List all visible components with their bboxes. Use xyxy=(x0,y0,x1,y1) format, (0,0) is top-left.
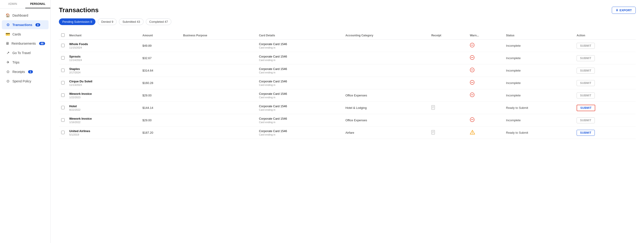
no-entry-icon-6 xyxy=(470,118,474,123)
cell-status-4: Incomplete xyxy=(504,89,574,102)
sidebar-item-reimbursements[interactable]: 🖥Reimbursements46 xyxy=(2,39,48,48)
merchant-name-3: Cirque Du Soleil xyxy=(69,80,138,83)
cell-card-details-5: Corporate Card 1546Card ending in xyxy=(257,102,343,114)
cell-merchant-2: Staples2/17/2024 xyxy=(67,64,140,77)
row-checkbox-6[interactable] xyxy=(61,118,65,122)
cell-warning-5 xyxy=(468,102,504,114)
col-accounting-category: Accounting Category xyxy=(343,32,429,40)
sidebar-item-dashboard[interactable]: 🏠Dashboard xyxy=(2,11,48,20)
card-ending-5: Card ending in xyxy=(259,108,341,111)
row-checkbox-3[interactable] xyxy=(61,81,65,84)
go-to-travel-icon: ↗ xyxy=(6,50,10,55)
tab-admin[interactable]: ADMIN xyxy=(0,0,25,8)
cell-merchant-4: Wework Invoice1/22/2023 xyxy=(67,89,140,102)
cell-action-6: SUBMIT xyxy=(574,114,636,126)
sidebar-item-receipts[interactable]: ⊙Receipts1 xyxy=(2,67,48,76)
row-checkbox-5[interactable] xyxy=(61,106,65,109)
submit-button-4[interactable]: SUBMIT xyxy=(576,92,595,98)
transactions-table: Merchant Amount Business Purpose Card De… xyxy=(59,32,636,139)
table-row: Wework Invoice1/16/2022$29.00Corporate C… xyxy=(59,114,636,126)
card-ending-6: Card ending in xyxy=(259,121,341,124)
cell-status-1: Incomplete xyxy=(504,52,574,64)
merchant-date-5: 8/22/2022 xyxy=(69,108,138,111)
col-card-details: Card Details xyxy=(257,32,343,40)
merchant-date-6: 1/16/2022 xyxy=(69,121,138,124)
row-checkbox-7[interactable] xyxy=(61,131,65,134)
submit-button-7[interactable]: SUBMIT xyxy=(576,130,595,136)
cell-warning-6 xyxy=(468,114,504,126)
sidebar-item-spend-policy[interactable]: ⊙Spend Policy xyxy=(2,77,48,86)
sidebar-item-label-receipts: Receipts xyxy=(12,70,25,74)
col-action: Action xyxy=(574,32,636,40)
svg-point-22 xyxy=(472,133,473,134)
merchant-date-7: 5/1/2019 xyxy=(69,133,138,136)
card-ending-2: Card ending in xyxy=(259,71,341,74)
row-checkbox-2[interactable] xyxy=(61,68,65,72)
svg-rect-16 xyxy=(432,130,435,134)
cell-amount-3: $160.28 xyxy=(140,77,181,89)
col-receipt: Receipt xyxy=(429,32,467,40)
submit-button-3[interactable]: SUBMIT xyxy=(576,80,595,86)
card-ending-4: Card ending in xyxy=(259,96,341,99)
export-button[interactable]: ⬇ EXPORT xyxy=(612,7,636,14)
cell-receipt-1 xyxy=(429,52,467,64)
row-checkbox-1[interactable] xyxy=(61,56,65,60)
cell-accounting-category-6: Office Expenses xyxy=(343,114,429,126)
tab-personal[interactable]: PERSONAL xyxy=(25,0,50,8)
cell-warning-7 xyxy=(468,126,504,139)
table-row: Cirque Du Soleil11/13/2023$160.28Corpora… xyxy=(59,77,636,89)
card-name-5: Corporate Card 1546 xyxy=(259,104,341,108)
cell-action-3: SUBMIT xyxy=(574,77,636,89)
filter-tab-denied[interactable]: Denied 9 xyxy=(98,18,116,25)
cell-amount-2: $314.64 xyxy=(140,64,181,77)
cell-business-purpose-5 xyxy=(181,102,257,114)
cell-card-details-6: Corporate Card 1546Card ending in xyxy=(257,114,343,126)
badge-reimbursements: 46 xyxy=(39,42,45,45)
card-name-1: Corporate Card 1546 xyxy=(259,55,341,58)
cell-receipt-6 xyxy=(429,114,467,126)
sidebar-item-transactions[interactable]: ⊙Transactions8 xyxy=(2,20,48,29)
filter-tab-pending-submission[interactable]: Pending Submission 8 xyxy=(59,18,96,25)
trips-icon: ✈ xyxy=(6,60,10,64)
cell-action-1: SUBMIT xyxy=(574,52,636,64)
table-row: Hotel8/22/2022$144.14Corporate Card 1546… xyxy=(59,102,636,114)
submit-button-2[interactable]: SUBMIT xyxy=(576,68,595,74)
row-checkbox-0[interactable] xyxy=(61,44,65,47)
sidebar-item-go-to-travel[interactable]: ↗Go To Travel xyxy=(2,48,48,57)
filter-tab-submitted[interactable]: Submitted 43 xyxy=(119,18,144,25)
select-all-checkbox[interactable] xyxy=(61,33,65,37)
submit-button-5[interactable]: SUBMIT xyxy=(576,105,595,111)
submit-button-1[interactable]: SUBMIT xyxy=(576,55,595,61)
submit-button-0[interactable]: SUBMIT xyxy=(576,43,595,49)
card-name-4: Corporate Card 1546 xyxy=(259,92,341,96)
cell-card-details-3: Corporate Card 1546Card ending in xyxy=(257,77,343,89)
card-ending-0: Card ending in xyxy=(259,46,341,49)
merchant-date-0: 11/15/2024 xyxy=(69,46,138,49)
main-content: Transactions ⬇ EXPORT Pending Submission… xyxy=(50,0,644,243)
merchant-name-7: United Airlines xyxy=(69,129,138,133)
export-label: EXPORT xyxy=(620,8,632,12)
merchant-name-5: Hotel xyxy=(69,104,138,108)
cell-status-7: Ready to Submit xyxy=(504,126,574,139)
col-status: Status xyxy=(504,32,574,40)
cell-accounting-category-2 xyxy=(343,64,429,77)
reimbursements-icon: 🖥 xyxy=(6,42,9,46)
no-entry-icon-3 xyxy=(470,81,474,86)
table-row: Sprouts11/14/2024$32.67Corporate Card 15… xyxy=(59,52,636,64)
receipts-icon: ⊙ xyxy=(6,70,10,74)
sidebar-nav: 🏠Dashboard⊙Transactions8💳Cards🖥Reimburse… xyxy=(0,8,50,243)
cell-amount-0: $49.89 xyxy=(140,40,181,52)
cell-warning-0 xyxy=(468,40,504,52)
filter-tab-completed[interactable]: Completed 47 xyxy=(146,18,171,25)
sidebar-item-label-dashboard: Dashboard xyxy=(12,14,28,17)
table-row: Whole Foods11/15/2024$49.89Corporate Car… xyxy=(59,40,636,52)
submit-button-6[interactable]: SUBMIT xyxy=(576,117,595,123)
cell-card-details-1: Corporate Card 1546Card ending in xyxy=(257,52,343,64)
merchant-date-3: 11/13/2023 xyxy=(69,84,138,86)
sidebar-item-cards[interactable]: 💳Cards xyxy=(2,30,48,39)
cell-merchant-5: Hotel8/22/2022 xyxy=(67,102,140,114)
sidebar-item-trips[interactable]: ✈Trips xyxy=(2,58,48,67)
merchant-name-2: Staples xyxy=(69,67,138,71)
cell-accounting-category-1 xyxy=(343,52,429,64)
row-checkbox-4[interactable] xyxy=(61,94,65,97)
